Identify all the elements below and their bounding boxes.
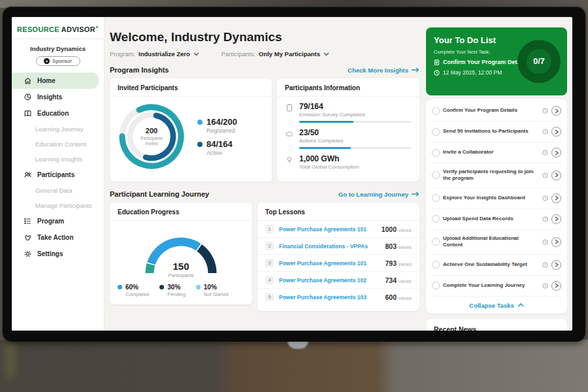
task-checkbox[interactable] [432,194,440,202]
sidebar-item-settings[interactable]: Settings [12,246,104,262]
arrow-right-icon [412,67,419,73]
card-title: Participants Information [277,78,419,97]
legend-item-active: 84/164 Active [197,139,237,156]
progress-bar-emission [299,121,412,123]
task-item[interactable]: Invite a Collaborator [432,142,561,163]
sidebar: RESOURCE ADVISOR+ Industry Dynamics ✦ Sp… [12,17,105,331]
task-checkbox[interactable] [432,107,440,115]
participants-filter-label: Participants: [221,50,255,57]
deadline-clock-icon [542,172,548,178]
task-checkbox[interactable] [432,149,440,157]
task-checkbox[interactable] [432,128,440,136]
sidebar-item-label: Program [37,218,64,225]
program-select[interactable]: Industrialize Zero [139,50,199,57]
task-item[interactable]: Complete Your Learning Journey [432,276,561,297]
plant-leaf [8,338,12,378]
learning-journey-heading: Participant Learning Journey [110,190,209,198]
sidebar-item-label: Take Action [37,234,74,241]
todo-next-task: Confirm Your Program Details [443,59,527,65]
task-chevron-button[interactable] [551,148,561,157]
task-item[interactable]: Upload Spend Data Records [432,209,561,230]
task-chevron-button[interactable] [551,214,561,224]
lesson-title-link[interactable]: Power Purchase Agreements 103 [279,294,385,301]
sidebar-item-take-action[interactable]: Take Action [12,229,104,246]
task-chevron-button[interactable] [551,260,561,270]
filters-bar: Program: Industrialize Zero Participants… [110,50,419,57]
divider [12,39,104,39]
participants-select[interactable]: Only My Participants [259,50,329,57]
deadline-clock-icon [542,129,548,135]
deadline-clock-icon [542,283,548,289]
legend-item-registered: 164/200 Registered [197,117,237,134]
lesson-rank-badge: 2 [265,242,274,250]
book-icon [24,109,32,118]
task-checkbox[interactable] [432,238,440,246]
task-item[interactable]: Send 50 Invitations to Participants [432,122,561,142]
task-chevron-button[interactable] [551,127,561,137]
check-more-insights-link[interactable]: Check More Insights [348,67,419,74]
stat-global-consumption: 1,000 GWh Total Global Consumption [277,149,419,170]
task-chevron-button[interactable] [551,106,561,116]
task-item[interactable]: Verify participants requesting to join t… [432,163,561,188]
card-title: Top Lessons [257,203,419,221]
sidebar-item-participants[interactable]: Participants [12,167,104,183]
task-chevron-button[interactable] [551,237,561,247]
deadline-clock-icon [542,239,548,245]
sidebar-item-learning-journey[interactable]: Learning Journey [12,122,104,137]
recent-news-card: Recent News [426,319,567,331]
task-item[interactable]: Confirm Your Program Details [432,101,561,122]
legend-item-completed: 60% Completed [118,284,149,297]
task-chevron-button[interactable] [551,281,561,291]
task-item[interactable]: Explore Your Insights Dashboard [432,188,561,209]
sidebar-item-general-data[interactable]: General Data [12,183,104,198]
task-checkbox[interactable] [432,261,440,269]
task-chevron-button[interactable] [551,193,561,203]
task-checkbox[interactable] [432,171,440,179]
task-item[interactable]: Achieve One Sustainability Target [432,255,561,276]
sidebar-item-program[interactable]: Program [12,213,104,229]
stat-emission-survey: 79/164 Emission Survey Completed [277,97,419,123]
page-title: Welcome, Industry Dynamics [110,30,419,44]
sidebar-item-education-content[interactable]: Education Content [12,137,104,152]
lesson-row: 2 Financial Considerations - VPPAs 803vi… [257,238,419,255]
sidebar-item-label: Participants [37,171,74,178]
org-name: Industry Dynamics [12,45,104,52]
lesson-row: 1 Power Purchase Agreements 101 1000view… [257,221,419,238]
lesson-title-link[interactable]: Power Purchase Agreements 101 [279,260,385,267]
task-item[interactable]: Upload Additional Educational Content [432,230,561,255]
sidebar-item-learning-insights[interactable]: Learning Insights [12,152,104,167]
sidebar-item-label: Learning Insights [35,155,82,163]
lesson-rank-badge: 5 [265,293,274,301]
legend-dot-completed [118,285,122,289]
collapse-tasks-link[interactable]: Collapse Tasks [432,297,561,314]
home-icon [24,76,32,85]
chevron-up-icon [517,303,524,307]
chevron-right-icon [555,239,559,244]
task-chevron-button[interactable] [551,171,561,180]
go-to-learning-journey-link[interactable]: Go to Learning Journey [338,191,419,198]
lesson-title-link[interactable]: Power Purchase Agreements 102 [279,277,385,284]
program-select-value: Industrialize Zero [139,50,190,57]
deadline-clock-icon [542,108,548,114]
survey-clipboard-icon [285,103,294,112]
sidebar-item-home[interactable]: Home [12,73,99,89]
participants-information-card: Participants Information 79/164 Emission… [277,78,419,182]
lesson-title-link[interactable]: Financial Considerations - VPPAs [279,243,385,250]
sidebar-item-education[interactable]: Education [12,105,104,122]
hand-action-icon [24,233,32,242]
chevron-right-icon [555,150,559,155]
task-checkbox[interactable] [432,282,440,289]
legend-item-not-started: 10% Not Started [196,284,229,297]
lesson-title-link[interactable]: Power Purchase Agreements 101 [279,226,382,233]
donut-center-label: Invited [145,141,157,146]
sidebar-item-manage-participants[interactable]: Manage Participants [12,198,104,213]
sidebar-item-label: General Data [35,187,73,194]
app-logo[interactable]: RESOURCE ADVISOR+ [12,17,104,39]
list-icon [24,217,32,225]
deadline-clock-icon [542,195,548,201]
sidebar-item-insights[interactable]: Insights [12,89,104,105]
program-filter-label: Program: [110,50,135,57]
clock-icon [434,70,440,76]
lesson-row: 4 Power Purchase Agreements 102 734views [257,272,419,289]
task-checkbox[interactable] [432,215,440,223]
